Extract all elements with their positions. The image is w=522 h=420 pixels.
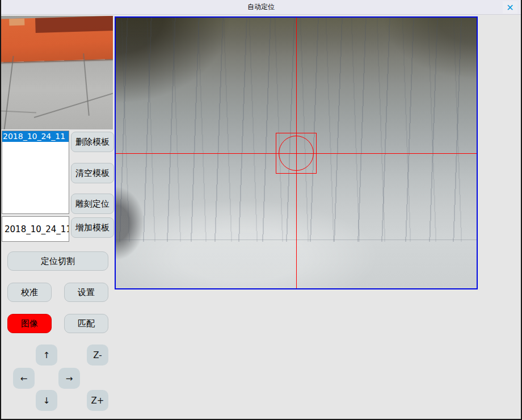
- template-preview-image: [1, 16, 113, 129]
- preview-tile-line: [3, 56, 14, 129]
- jog-left-button[interactable]: ←: [13, 368, 35, 389]
- z-minus-button[interactable]: Z-: [87, 345, 108, 366]
- delete-template-button[interactable]: 删除模板: [71, 132, 114, 152]
- preview-dark-object: [79, 111, 113, 129]
- preview-tile-line: [83, 53, 90, 116]
- window-title: 自动定位: [247, 2, 275, 12]
- template-list[interactable]: 2018_10_24_11: [2, 131, 69, 214]
- jog-right-button[interactable]: →: [58, 368, 80, 389]
- engrave-locate-button[interactable]: 雕刻定位: [71, 194, 114, 214]
- match-button[interactable]: 匹配: [64, 314, 108, 333]
- z-plus-button[interactable]: Z+: [87, 390, 108, 411]
- preview-board-shadow: [35, 16, 113, 33]
- preview-orange-board: [1, 16, 113, 62]
- close-icon[interactable]: ✕: [503, 1, 517, 14]
- clear-templates-button[interactable]: 清空模板: [71, 163, 114, 183]
- calibrate-button[interactable]: 校准: [7, 283, 52, 302]
- add-template-button[interactable]: 增加模板: [71, 217, 114, 238]
- template-name-input[interactable]: [2, 216, 69, 242]
- jog-up-button[interactable]: ↑: [36, 345, 57, 366]
- preview-board-highlight: [9, 18, 24, 26]
- title-bar: 自动定位 ✕: [0, 0, 522, 15]
- locate-cut-button[interactable]: 定位切割: [7, 251, 108, 271]
- template-list-item[interactable]: 2018_10_24_11: [2, 131, 69, 142]
- settings-button[interactable]: 设置: [64, 283, 108, 302]
- jog-down-button[interactable]: ↓: [36, 390, 57, 411]
- target-circle: [279, 136, 314, 171]
- auto-locate-window: 自动定位 ✕ 2018_10_24_11 删除模板 清空模板 雕刻定位 增加模板…: [0, 0, 522, 420]
- image-button[interactable]: 图像: [7, 314, 52, 333]
- camera-view[interactable]: [115, 16, 478, 289]
